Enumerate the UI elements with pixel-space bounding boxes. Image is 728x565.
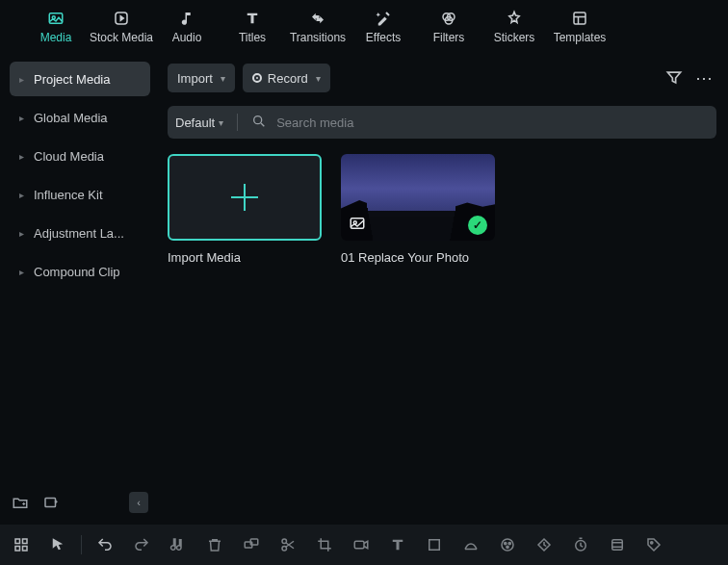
sidebar-item-compound-clip[interactable]: ▸ Compound Clip (10, 254, 150, 289)
sidebar-item-influence-kit[interactable]: ▸ Influence Kit (10, 177, 150, 212)
sidebar-item-label: Influence Kit (34, 188, 103, 202)
tab-label: Stock Media (90, 31, 153, 44)
tab-label: Templates (554, 31, 607, 44)
crop-button[interactable] (315, 535, 334, 554)
split-button[interactable] (278, 535, 298, 554)
tab-titles[interactable]: Titles (220, 4, 285, 50)
import-media-thumb[interactable] (168, 154, 322, 241)
tab-transitions[interactable]: Transitions (285, 4, 351, 50)
search-input[interactable] (276, 116, 709, 130)
svg-point-21 (502, 539, 513, 551)
tab-stickers[interactable]: Stickers (481, 4, 547, 50)
tab-label: Titles (239, 31, 266, 44)
shape-button[interactable] (425, 535, 444, 554)
undo-button[interactable] (95, 535, 115, 554)
media-item-card[interactable]: ✓ 01 Replace Your Photo (341, 154, 497, 265)
chevron-right-icon: ▸ (19, 267, 24, 277)
keyframe-button[interactable] (534, 535, 554, 554)
sidebar-item-cloud-media[interactable]: ▸ Cloud Media (10, 139, 150, 173)
svg-rect-13 (15, 547, 20, 552)
camera-button[interactable] (351, 535, 371, 554)
button-label: Record (268, 71, 308, 86)
svg-rect-26 (612, 540, 623, 551)
sort-default-select[interactable]: Default ▾ (175, 116, 223, 130)
import-button[interactable]: Import ▾ (168, 64, 235, 92)
ungroup-button[interactable] (242, 535, 261, 554)
card-label: 01 Replace Your Photo (341, 250, 497, 265)
delete-button[interactable] (205, 535, 224, 554)
chevron-right-icon: ▸ (19, 228, 24, 239)
filter-sort-button[interactable] (663, 66, 686, 90)
svg-rect-6 (574, 13, 585, 24)
media-icon (46, 10, 65, 27)
top-tabs: Media Stock Media Audio Titles Transitio… (0, 0, 728, 54)
caret-down-icon: ▾ (316, 73, 321, 84)
speed-curve-button[interactable] (461, 535, 481, 554)
chevron-right-icon: ▸ (19, 151, 24, 162)
tab-audio[interactable]: Audio (154, 4, 220, 50)
new-bin-icon[interactable] (42, 494, 60, 511)
more-options-button[interactable]: ⋯ (693, 66, 716, 90)
tab-filters[interactable]: Filters (416, 4, 481, 50)
search-icon (251, 114, 267, 132)
sidebar: ▸ Project Media ▸ Global Media ▸ Cloud M… (0, 54, 160, 525)
caret-down-icon: ▾ (221, 73, 225, 84)
redo-button[interactable] (132, 535, 151, 554)
tab-label: Transitions (290, 31, 346, 44)
content-toolbar: Import ▾ Record ▾ ⋯ (168, 62, 716, 94)
tab-templates[interactable]: Templates (547, 4, 612, 50)
svg-point-23 (508, 542, 510, 544)
tag-button[interactable] (644, 535, 663, 554)
record-button[interactable]: Record ▾ (243, 64, 330, 92)
new-folder-icon[interactable] (12, 494, 29, 511)
sidebar-item-global-media[interactable]: ▸ Global Media (10, 100, 150, 135)
tab-stock-media[interactable]: Stock Media (89, 4, 154, 50)
chevron-right-icon: ▸ (19, 74, 24, 85)
sidebar-item-label: Cloud Media (34, 149, 104, 164)
toolbar-apps-icon[interactable] (12, 535, 31, 554)
tab-effects[interactable]: Effects (351, 4, 416, 50)
tab-media[interactable]: Media (23, 4, 89, 50)
tab-label: Media (40, 31, 72, 44)
svg-marker-2 (120, 16, 123, 21)
record-icon (252, 73, 262, 83)
tab-label: Effects (366, 31, 401, 44)
marker-button[interactable] (169, 535, 188, 554)
import-media-card[interactable]: Import Media (168, 154, 324, 265)
checked-badge: ✓ (468, 216, 487, 235)
image-type-icon (349, 215, 366, 235)
titles-icon (243, 10, 262, 27)
freeze-frame-button[interactable] (608, 535, 627, 554)
audio-icon (177, 10, 196, 27)
collapse-sidebar-button[interactable]: ‹ (129, 492, 148, 513)
media-thumb[interactable]: ✓ (341, 154, 495, 241)
svg-point-24 (507, 546, 508, 548)
content-panel: Import ▾ Record ▾ ⋯ Default ▾ (160, 54, 728, 525)
chevron-right-icon: ▸ (19, 190, 24, 200)
main-area: ▸ Project Media ▸ Global Media ▸ Cloud M… (0, 54, 728, 525)
sidebar-item-label: Compound Clip (34, 265, 120, 279)
stickers-icon (505, 10, 524, 27)
sidebar-item-adjustment-layer[interactable]: ▸ Adjustment La... (10, 216, 150, 250)
chevron-right-icon: ▸ (19, 113, 24, 123)
tab-label: Stickers (494, 31, 535, 44)
text-button[interactable] (388, 535, 407, 554)
svg-rect-19 (354, 541, 364, 549)
sidebar-bottom: ‹ (10, 488, 150, 517)
transitions-icon (308, 10, 327, 27)
divider (237, 114, 238, 131)
svg-rect-14 (23, 547, 28, 552)
svg-point-8 (254, 116, 262, 123)
timeline-toolbar (0, 525, 728, 565)
sidebar-item-label: Adjustment La... (34, 226, 124, 241)
select-label: Default (175, 116, 215, 130)
svg-point-22 (505, 542, 507, 544)
toolbar-cursor-icon[interactable] (48, 535, 67, 554)
button-label: Import (177, 71, 213, 86)
chevron-left-icon: ‹ (137, 497, 141, 508)
sidebar-item-project-media[interactable]: ▸ Project Media (10, 62, 150, 96)
timer-button[interactable] (571, 535, 590, 554)
sidebar-item-label: Project Media (34, 72, 110, 87)
sidebar-list: ▸ Project Media ▸ Global Media ▸ Cloud M… (10, 62, 150, 488)
color-button[interactable] (498, 535, 517, 554)
